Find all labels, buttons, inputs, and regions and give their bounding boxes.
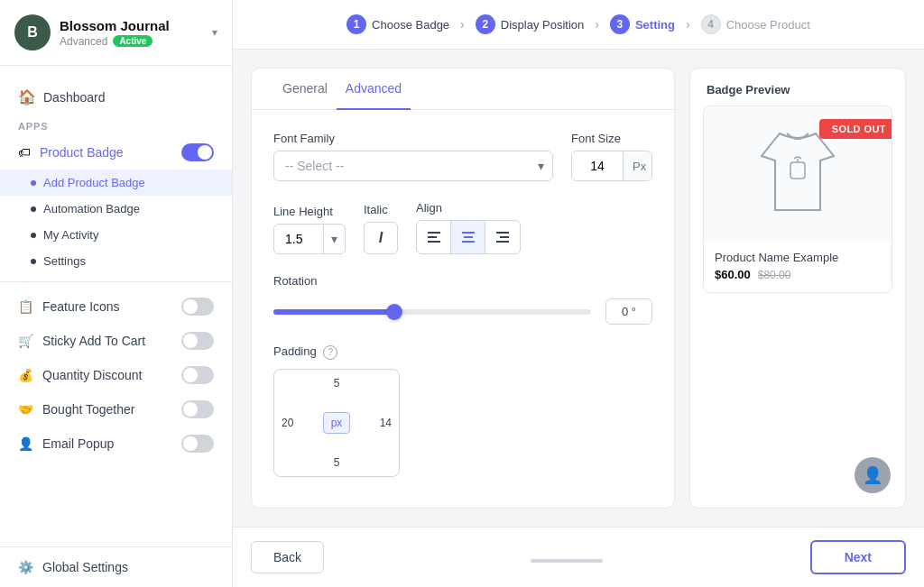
wizard-step-2: 2 Display Position [476, 14, 585, 34]
subnav-add-product-badge[interactable]: Add Product Badge [0, 170, 232, 196]
wizard-step-4: 4 Choose Product [701, 14, 810, 34]
avatar: B [14, 14, 51, 50]
padding-help-icon[interactable]: ? [323, 345, 337, 360]
sticky-add-icon: 🛒 [18, 334, 33, 348]
rotation-slider[interactable] [273, 309, 591, 315]
next-button[interactable]: Next [810, 540, 906, 574]
sidebar-item-email-popup[interactable]: 👤 Email Popup [0, 426, 232, 461]
padding-unit-label: px [323, 412, 351, 434]
sidebar-item-sticky-add-to-cart[interactable]: 🛒 Sticky Add To Cart [0, 324, 232, 358]
my-activity-label: My Activity [43, 228, 98, 242]
sidebar-item-quantity-discount[interactable]: 💰 Quantity Discount [0, 358, 232, 392]
sticky-add-label: Sticky Add To Cart [42, 334, 172, 348]
wizard-bar: 1 Choose Badge › 2 Display Position › 3 … [233, 0, 924, 50]
line-height-label: Line Height [273, 205, 346, 218]
svg-rect-7 [500, 236, 509, 238]
tab-general[interactable]: General [273, 69, 337, 110]
product-badge-toggle[interactable] [181, 143, 214, 161]
dashboard-label: Dashboard [43, 90, 106, 105]
home-icon: 🏠 [18, 88, 34, 105]
quantity-discount-label: Quantity Discount [42, 368, 172, 382]
step-4-num: 4 [701, 14, 721, 34]
subnav-automation-badge[interactable]: Automation Badge [0, 196, 232, 222]
tab-advanced[interactable]: Advanced [337, 69, 411, 110]
padding-bottom-value: 5 [334, 456, 340, 469]
wizard-step-3: 3 Setting [610, 14, 675, 34]
line-height-group: Line Height 1.5 ▾ [273, 205, 346, 254]
align-label: Align [416, 201, 521, 215]
rotation-value: 0 ° [605, 298, 652, 325]
subnav-settings[interactable]: Settings [0, 248, 232, 274]
line-height-wrap: 1.5 ▾ [273, 224, 346, 254]
shop-meta: Advanced Active [60, 35, 203, 48]
svg-rect-0 [428, 232, 440, 234]
feature-icons-label: Feature Icons [42, 299, 172, 314]
global-settings-item[interactable]: ⚙️ Global Settings [0, 546, 232, 587]
sidebar: B Blossom Journal Advanced Active ▾ 🏠 Da… [0, 0, 233, 587]
shop-name: Blossom Journal [60, 18, 203, 33]
scrollbar-hint [531, 559, 603, 563]
add-product-badge-label: Add Product Badge [43, 176, 145, 189]
rotation-thumb[interactable] [386, 304, 402, 320]
shop-status-badge: Active [113, 35, 152, 47]
tab-bar: General Advanced [252, 69, 674, 110]
padding-right-value: 14 [380, 417, 392, 429]
quantity-discount-icon: 💰 [18, 368, 33, 382]
back-button[interactable]: Back [251, 541, 324, 573]
font-family-label: Font Family [273, 132, 553, 145]
padding-section: Padding ? 5 20 px 14 5 [273, 344, 652, 477]
preview-product-name: Product Name Example [715, 251, 881, 264]
rotation-label: Rotation [273, 274, 652, 288]
rotation-fill [273, 309, 394, 315]
shop-plan: Advanced [60, 35, 107, 48]
sidebar-item-dashboard[interactable]: 🏠 Dashboard [0, 80, 232, 114]
align-center-button[interactable] [451, 221, 485, 253]
sidebar-header: B Blossom Journal Advanced Active ▾ [0, 0, 232, 66]
font-family-select[interactable]: -- Select -- [273, 151, 553, 181]
chevron-down-icon[interactable]: ▾ [212, 26, 217, 39]
bought-together-icon: 🤝 [18, 402, 33, 417]
sidebar-nav: 🏠 Dashboard APPS 🏷 Product Badge Add Pro… [0, 66, 232, 546]
step-1-label: Choose Badge [372, 18, 449, 32]
product-badge-icon: 🏷 [18, 145, 31, 160]
bought-together-label: Bought Together [42, 402, 172, 417]
feature-icons-toggle[interactable] [181, 298, 214, 316]
email-popup-toggle[interactable] [181, 435, 214, 453]
email-popup-icon: 👤 [18, 436, 33, 451]
subnav-dot [31, 206, 36, 212]
form-body: Font Family -- Select -- ▾ Font Size P [252, 110, 674, 508]
font-size-input[interactable] [572, 151, 623, 180]
product-badge-label: Product Badge [40, 145, 172, 160]
price-original: $80.00 [758, 269, 791, 281]
rotation-row: 0 ° [273, 298, 652, 325]
subnav-my-activity[interactable]: My Activity [0, 222, 232, 248]
step-2-num: 2 [476, 14, 495, 34]
step-arrow-3: › [686, 17, 690, 32]
subnav-dot [31, 259, 36, 264]
italic-group: Italic I [364, 203, 398, 254]
step-3-label: Setting [635, 18, 675, 32]
svg-rect-5 [462, 241, 475, 243]
svg-rect-4 [464, 236, 473, 238]
sticky-add-toggle[interactable] [181, 332, 214, 350]
italic-button[interactable]: I [364, 222, 398, 254]
line-height-chevron-icon[interactable]: ▾ [323, 225, 345, 253]
align-left-button[interactable] [417, 221, 451, 253]
sidebar-item-product-badge[interactable]: 🏷 Product Badge [0, 135, 232, 170]
quantity-discount-toggle[interactable] [181, 366, 214, 384]
subnav-dot [31, 233, 36, 238]
align-right-button[interactable] [485, 221, 520, 253]
style-row: Line Height 1.5 ▾ Italic I Align [273, 201, 652, 254]
font-size-unit: Px [623, 152, 652, 180]
preview-panel: Badge Preview SOLD OUT Product Name Exam… [689, 68, 906, 509]
settings-label: Settings [43, 254, 86, 268]
apps-section-label: APPS [0, 114, 232, 135]
bought-together-toggle[interactable] [181, 400, 214, 418]
subnav-dot [31, 180, 36, 186]
sold-out-badge: SOLD OUT [819, 119, 892, 139]
sidebar-item-bought-together[interactable]: 🤝 Bought Together [0, 392, 232, 426]
chat-bubble[interactable]: 👤 [855, 457, 891, 493]
font-family-group: Font Family -- Select -- ▾ [273, 132, 553, 181]
sidebar-item-feature-icons[interactable]: 📋 Feature Icons [0, 289, 232, 324]
font-size-wrap: Px [571, 151, 652, 181]
